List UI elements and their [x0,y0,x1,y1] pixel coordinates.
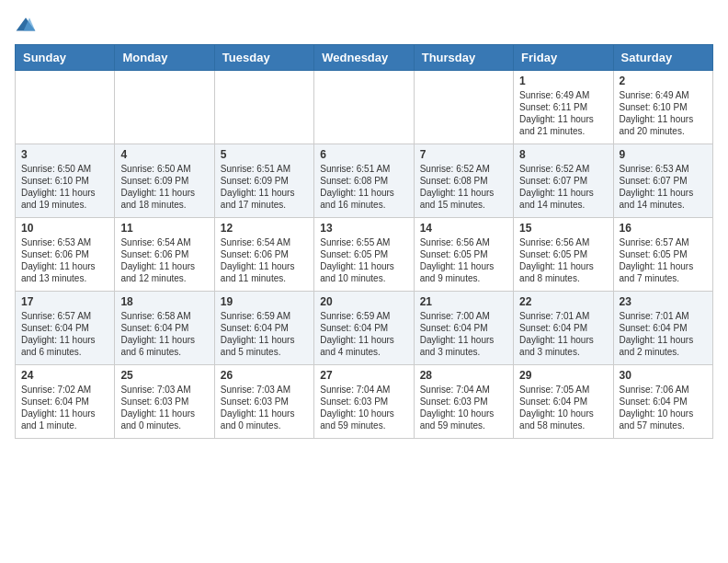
day-info: Daylight: 11 hours and 10 minutes. [320,260,407,284]
day-info: Sunset: 6:04 PM [620,396,707,408]
day-info: Daylight: 11 hours and 8 minutes. [519,260,607,284]
calendar-cell: 9Sunrise: 6:53 AMSunset: 6:07 PMDaylight… [613,144,712,218]
day-info: Sunrise: 6:52 AM [519,163,607,175]
day-info: Sunset: 6:10 PM [21,175,108,187]
calendar-row: 17Sunrise: 6:57 AMSunset: 6:04 PMDayligh… [16,292,713,365]
weekday-header: Saturday [613,45,712,71]
weekday-header: Tuesday [214,45,313,71]
day-info: Sunrise: 6:53 AM [620,163,707,175]
day-number: 4 [120,148,208,161]
day-info: Sunset: 6:03 PM [420,396,507,408]
day-info: Sunrise: 6:51 AM [221,163,308,175]
day-info: Sunrise: 6:55 AM [320,236,407,248]
day-number: 12 [221,222,308,235]
day-number: 26 [221,369,308,382]
day-info: Sunset: 6:05 PM [420,248,507,260]
calendar-cell: 24Sunrise: 7:02 AMSunset: 6:04 PMDayligh… [16,365,115,439]
calendar-cell: 20Sunrise: 6:59 AMSunset: 6:04 PMDayligh… [314,292,414,365]
day-info: Daylight: 11 hours and 15 minutes. [420,187,507,211]
calendar-cell: 7Sunrise: 6:52 AMSunset: 6:08 PMDaylight… [414,144,513,218]
day-info: Daylight: 10 hours and 57 minutes. [620,408,707,431]
weekday-header: Sunday [16,45,115,71]
day-info: Sunset: 6:06 PM [221,248,308,260]
day-info: Sunset: 6:03 PM [120,396,208,408]
calendar-cell [16,71,115,144]
day-info: Daylight: 11 hours and 5 minutes. [221,334,308,358]
day-number: 14 [420,222,507,235]
day-info: Sunset: 6:11 PM [519,101,607,113]
day-info: Daylight: 11 hours and 1 minute. [21,408,108,431]
day-info: Daylight: 11 hours and 0 minutes. [221,408,308,431]
day-number: 15 [519,222,607,235]
day-info: Sunset: 6:03 PM [221,396,308,408]
day-info: Sunrise: 6:51 AM [320,163,407,175]
day-number: 22 [519,295,607,308]
calendar-cell: 16Sunrise: 6:57 AMSunset: 6:05 PMDayligh… [613,218,712,292]
day-info: Daylight: 10 hours and 59 minutes. [420,408,507,431]
calendar-row: 24Sunrise: 7:02 AMSunset: 6:04 PMDayligh… [16,365,713,439]
day-info: Sunset: 6:04 PM [620,322,707,334]
calendar-cell: 27Sunrise: 7:04 AMSunset: 6:03 PMDayligh… [314,365,414,439]
day-info: Sunset: 6:05 PM [519,248,607,260]
day-info: Daylight: 11 hours and 13 minutes. [21,260,108,284]
day-info: Sunrise: 7:01 AM [519,310,607,322]
weekday-header: Friday [514,45,613,71]
day-info: Sunrise: 6:52 AM [420,163,507,175]
day-info: Sunrise: 6:59 AM [221,310,308,322]
day-info: Daylight: 11 hours and 18 minutes. [120,187,208,211]
day-number: 6 [320,148,407,161]
day-info: Sunset: 6:07 PM [620,175,707,187]
day-info: Sunrise: 7:00 AM [420,310,507,322]
calendar-cell: 14Sunrise: 6:56 AMSunset: 6:05 PMDayligh… [414,218,513,292]
day-info: Daylight: 11 hours and 3 minutes. [420,334,507,358]
calendar-cell: 5Sunrise: 6:51 AMSunset: 6:09 PMDaylight… [214,144,313,218]
day-info: Daylight: 11 hours and 7 minutes. [620,260,707,284]
calendar-cell: 6Sunrise: 6:51 AMSunset: 6:08 PMDaylight… [314,144,414,218]
day-info: Sunrise: 7:06 AM [620,384,707,396]
day-info: Daylight: 11 hours and 4 minutes. [320,334,407,358]
day-info: Sunset: 6:10 PM [620,101,707,113]
day-info: Sunrise: 6:57 AM [21,310,108,322]
calendar-cell: 22Sunrise: 7:01 AMSunset: 6:04 PMDayligh… [514,292,613,365]
calendar-cell [115,71,214,144]
day-info: Sunset: 6:04 PM [120,322,208,334]
day-info: Sunrise: 7:04 AM [420,384,507,396]
calendar-row: 3Sunrise: 6:50 AMSunset: 6:10 PMDaylight… [16,144,713,218]
day-info: Sunrise: 7:01 AM [620,310,707,322]
day-info: Daylight: 10 hours and 59 minutes. [320,408,407,431]
day-number: 21 [420,295,507,308]
calendar-cell: 15Sunrise: 6:56 AMSunset: 6:05 PMDayligh… [514,218,613,292]
weekday-header: Thursday [414,45,513,71]
day-info: Sunset: 6:05 PM [620,248,707,260]
weekday-header: Wednesday [314,45,414,71]
day-info: Daylight: 11 hours and 2 minutes. [620,334,707,358]
day-info: Daylight: 11 hours and 12 minutes. [120,260,208,284]
day-number: 17 [21,295,108,308]
day-info: Sunrise: 6:50 AM [21,163,108,175]
day-number: 16 [620,222,707,235]
day-number: 25 [120,369,208,382]
calendar-cell: 1Sunrise: 6:49 AMSunset: 6:11 PMDaylight… [514,71,613,144]
day-info: Daylight: 11 hours and 11 minutes. [221,260,308,284]
day-info: Daylight: 11 hours and 14 minutes. [519,187,607,211]
day-number: 11 [120,222,208,235]
day-info: Sunset: 6:06 PM [21,248,108,260]
day-info: Sunset: 6:04 PM [21,322,108,334]
calendar-cell: 23Sunrise: 7:01 AMSunset: 6:04 PMDayligh… [613,292,712,365]
day-info: Daylight: 11 hours and 19 minutes. [21,187,108,211]
calendar-row: 1Sunrise: 6:49 AMSunset: 6:11 PMDaylight… [16,71,713,144]
day-info: Sunset: 6:04 PM [221,322,308,334]
calendar-cell: 11Sunrise: 6:54 AMSunset: 6:06 PMDayligh… [115,218,214,292]
calendar-cell: 26Sunrise: 7:03 AMSunset: 6:03 PMDayligh… [214,365,313,439]
day-number: 18 [120,295,208,308]
day-info: Sunrise: 6:58 AM [120,310,208,322]
calendar-cell [414,71,513,144]
calendar-cell: 19Sunrise: 6:59 AMSunset: 6:04 PMDayligh… [214,292,313,365]
day-info: Sunset: 6:09 PM [221,175,308,187]
day-info: Daylight: 10 hours and 58 minutes. [519,408,607,431]
day-number: 13 [320,222,407,235]
day-info: Sunset: 6:04 PM [420,322,507,334]
day-info: Sunset: 6:04 PM [21,396,108,408]
day-info: Daylight: 11 hours and 0 minutes. [120,408,208,431]
calendar-cell: 25Sunrise: 7:03 AMSunset: 6:03 PMDayligh… [115,365,214,439]
